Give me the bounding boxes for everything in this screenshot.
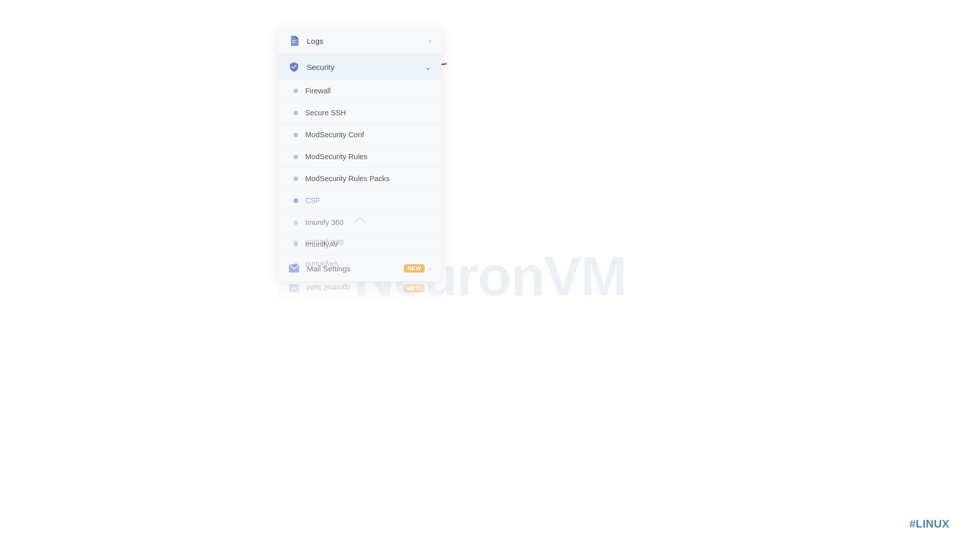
sidebar-item-logs[interactable]: Logs › xyxy=(278,28,442,54)
sidebar-item-secure-ssh[interactable]: Secure SSH xyxy=(278,102,442,124)
sidebar-item-mail-settings[interactable]: Mail Settings NEW › xyxy=(278,256,442,282)
secure-ssh-dot xyxy=(293,111,298,115)
sidebar-menu: Logs › Security ⌄ Firewall Secure SSH Mo… xyxy=(278,28,442,282)
sidebar-item-modsecurity-conf[interactable]: ModSecurity Conf xyxy=(278,124,442,146)
mail-icon xyxy=(288,263,300,274)
logs-label: Logs xyxy=(307,37,429,45)
imunifyav-label: ImunifyAV xyxy=(305,240,338,248)
mail-settings-chevron: › xyxy=(429,264,431,272)
modsecurity-rules-dot xyxy=(293,155,298,159)
svg-rect-5 xyxy=(292,42,295,43)
document-icon xyxy=(288,35,300,46)
new-badge: NEW xyxy=(404,264,425,272)
linux-tag: #LINUX xyxy=(910,517,949,531)
mail-settings-label: Mail Settings xyxy=(307,264,404,273)
sidebar-item-imunify360[interactable]: Imunify 360 xyxy=(278,212,442,234)
firewall-dot xyxy=(293,89,298,93)
sidebar-item-firewall[interactable]: Firewall xyxy=(278,80,442,102)
imunify360-label: Imunify 360 xyxy=(305,218,344,227)
svg-rect-7 xyxy=(289,284,299,292)
modsecurity-conf-label: ModSecurity Conf xyxy=(305,131,364,139)
modsecurity-rules-packs-label: ModSecurity Rules Packs xyxy=(305,174,389,183)
modsecurity-conf-dot xyxy=(293,133,298,137)
sidebar-item-modsecurity-rules[interactable]: ModSecurity Rules xyxy=(278,146,442,168)
csf-dot xyxy=(293,198,298,203)
secure-ssh-label: Secure SSH xyxy=(305,109,346,117)
modsecurity-rules-label: ModSecurity Rules xyxy=(305,153,368,161)
csf-label: CSF xyxy=(305,196,320,205)
security-label: Security xyxy=(307,63,425,71)
imunifyav-dot xyxy=(293,242,298,247)
logs-chevron: › xyxy=(429,37,431,45)
sidebar-item-modsecurity-rules-packs[interactable]: ModSecurity Rules Packs xyxy=(278,168,442,190)
security-chevron: ⌄ xyxy=(425,62,431,72)
sidebar-item-csf[interactable]: CSF xyxy=(278,190,442,212)
sidebar-item-security[interactable]: Security ⌄ xyxy=(278,54,442,80)
imunify360-dot xyxy=(293,220,298,225)
svg-rect-4 xyxy=(292,40,296,41)
sidebar-item-imunifyav[interactable]: ImunifyAV xyxy=(278,234,442,256)
modsecurity-rules-packs-dot xyxy=(293,177,298,181)
reflection-fade xyxy=(278,301,442,403)
firewall-label: Firewall xyxy=(305,87,331,95)
shield-icon xyxy=(288,61,300,72)
